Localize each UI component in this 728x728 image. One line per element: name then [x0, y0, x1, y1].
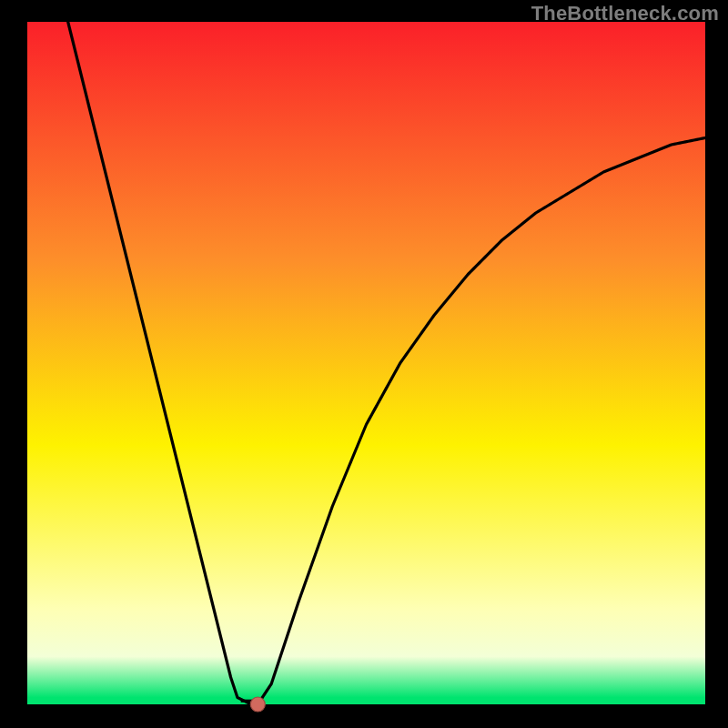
optimum-dot-icon — [250, 697, 265, 712]
gradient-panel — [27, 22, 705, 704]
bottleneck-chart — [0, 0, 728, 728]
watermark-text: TheBottleneck.com — [531, 2, 719, 25]
chart-stage: TheBottleneck.com — [0, 0, 728, 728]
